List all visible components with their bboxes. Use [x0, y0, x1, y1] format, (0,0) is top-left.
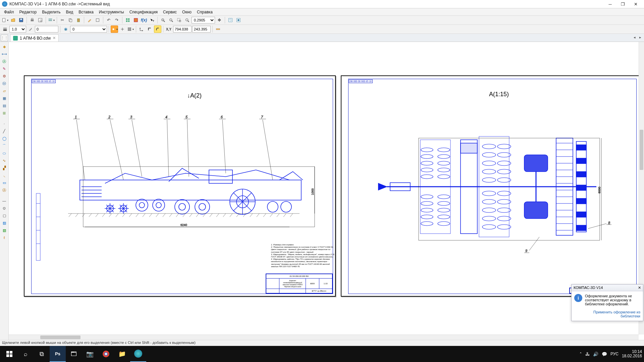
- doc-tab-close[interactable]: ✕: [53, 36, 56, 40]
- fillet-tool[interactable]: ◟: [1, 172, 8, 179]
- search-button[interactable]: ⌕: [17, 346, 34, 362]
- copy-button[interactable]: [67, 16, 74, 24]
- save-button[interactable]: [17, 16, 25, 24]
- tray-volume-icon[interactable]: 🔊: [593, 352, 598, 357]
- reports-panel-button[interactable]: ▤: [1, 102, 8, 109]
- local-cs-button[interactable]: [138, 25, 145, 33]
- minimize-button[interactable]: ─: [604, 0, 616, 8]
- param-panel-button[interactable]: ⚙: [1, 73, 8, 79]
- polygon-tool[interactable]: Ⓐ: [1, 187, 8, 193]
- task-folder[interactable]: 📁: [114, 346, 130, 362]
- start-button[interactable]: [1, 346, 17, 362]
- layer-combo[interactable]: 0: [70, 26, 107, 33]
- tray-lang[interactable]: РУС: [610, 352, 619, 356]
- library-manager-button[interactable]: [124, 16, 131, 24]
- ortho régime-button[interactable]: [119, 25, 126, 33]
- step-input[interactable]: [35, 26, 58, 33]
- line-tool[interactable]: ╱: [1, 128, 8, 134]
- round-button[interactable]: [154, 25, 161, 33]
- ellipse-tool[interactable]: ⬭: [1, 150, 8, 157]
- menu-file[interactable]: Файл: [1, 9, 17, 15]
- menu-insert[interactable]: Вставка: [76, 9, 96, 15]
- zoom-fit-button[interactable]: [183, 16, 191, 24]
- ortho-button[interactable]: [146, 25, 153, 33]
- style-button[interactable]: [86, 16, 93, 24]
- scrollbar-horizontal[interactable]: [9, 335, 639, 340]
- tab-grip[interactable]: ⋮⋮: [1, 35, 8, 41]
- undo-button[interactable]: ↶: [105, 16, 112, 24]
- spec-panel-button[interactable]: ▦: [1, 95, 8, 102]
- hline-tool[interactable]: —: [1, 197, 8, 204]
- point-tool[interactable]: ·: [1, 120, 8, 127]
- zoom-in-button[interactable]: +: [159, 16, 167, 24]
- tray-action-icon[interactable]: 💬: [602, 352, 607, 357]
- properties-button[interactable]: [48, 16, 55, 24]
- hcircle-tool[interactable]: ⊙: [1, 205, 8, 212]
- snap-button[interactable]: [111, 25, 118, 33]
- chamfer-tool[interactable]: ▞: [1, 165, 8, 171]
- print-preview-button[interactable]: [37, 16, 44, 24]
- tray-clock[interactable]: 10:14 18.02.2016: [622, 350, 642, 358]
- task-kompas[interactable]: [130, 346, 146, 362]
- coord-x-input[interactable]: [173, 26, 192, 33]
- text-tool[interactable]: ℓ: [1, 234, 8, 241]
- pan-button[interactable]: ✥: [216, 16, 223, 24]
- menu-help[interactable]: Справка: [194, 9, 215, 15]
- print-button[interactable]: [29, 16, 36, 24]
- task-explorer[interactable]: 🗔: [66, 346, 82, 362]
- open-button[interactable]: [9, 16, 17, 24]
- tab-scroll-arrows[interactable]: ◂ ▸: [634, 35, 643, 40]
- redo-button[interactable]: ↷: [113, 16, 120, 24]
- coord-y-input[interactable]: [192, 26, 211, 33]
- close-button[interactable]: ✕: [629, 0, 642, 8]
- cut-button[interactable]: ✂: [59, 16, 66, 24]
- notif-link[interactable]: Применить оформление из библиотеки: [593, 310, 640, 318]
- zoom-window-button[interactable]: [175, 16, 183, 24]
- menu-view[interactable]: Вид: [63, 9, 76, 15]
- insert-panel-button[interactable]: ⊞: [1, 110, 8, 116]
- taskview-button[interactable]: ⧉: [34, 346, 50, 362]
- rebuild-button[interactable]: [235, 16, 242, 24]
- zoom-out-button[interactable]: -: [167, 16, 175, 24]
- paste-button[interactable]: [75, 16, 82, 24]
- arc-tool[interactable]: ⌒: [1, 142, 8, 149]
- select-panel-button[interactable]: ▱: [1, 87, 8, 94]
- task-chrome[interactable]: [98, 346, 114, 362]
- symbols-panel-button[interactable]: Ⓐ: [1, 58, 8, 65]
- linewidth-icon[interactable]: [1, 25, 9, 33]
- grid-button[interactable]: [127, 25, 134, 33]
- hatch2-tool[interactable]: ▧: [1, 227, 8, 234]
- new-doc-button[interactable]: [1, 16, 9, 24]
- task-camera[interactable]: 📷: [82, 346, 98, 362]
- hrect-tool[interactable]: ▢: [1, 212, 8, 219]
- menu-tools[interactable]: Инструменты: [96, 9, 127, 15]
- circle-tool[interactable]: ◯: [1, 135, 8, 142]
- dimensions-panel-button[interactable]: ⟷: [1, 51, 8, 57]
- refresh-button[interactable]: [227, 16, 234, 24]
- task-ps[interactable]: Ps: [50, 346, 66, 362]
- format-button[interactable]: [94, 16, 101, 24]
- menu-spec[interactable]: Спецификация: [127, 9, 160, 15]
- fx-button[interactable]: f(x): [140, 16, 148, 24]
- measure-panel-button[interactable]: Ⓜ: [1, 80, 8, 87]
- zoom-combo[interactable]: 0.2905: [192, 17, 215, 23]
- layer-icon[interactable]: [62, 25, 69, 33]
- doc-tab-active[interactable]: 1 АПМ-6 ВО.cdw ✕: [10, 34, 59, 42]
- rect-tool[interactable]: ▭: [1, 179, 8, 186]
- linewidth-combo[interactable]: 1.0: [9, 26, 26, 33]
- menu-window[interactable]: Окно: [179, 9, 194, 15]
- geometry-panel-button[interactable]: ◆: [1, 43, 8, 50]
- edit-panel-button[interactable]: ✎: [1, 65, 8, 72]
- step-icon[interactable]: [27, 25, 34, 33]
- menu-select[interactable]: Выделить: [39, 9, 63, 15]
- menu-service[interactable]: Сервис: [160, 9, 179, 15]
- measure-button[interactable]: [214, 25, 222, 33]
- hatch-tool[interactable]: ▨: [1, 220, 8, 226]
- help-cursor-button[interactable]: ?: [148, 16, 156, 24]
- tray-up-icon[interactable]: ˄: [580, 352, 582, 357]
- maximize-button[interactable]: ❐: [616, 0, 629, 8]
- notif-close[interactable]: ✕: [638, 286, 641, 290]
- spline-tool[interactable]: ∿: [1, 157, 8, 164]
- tray-network-icon[interactable]: 🖧: [585, 352, 590, 357]
- variables-button[interactable]: [132, 16, 140, 24]
